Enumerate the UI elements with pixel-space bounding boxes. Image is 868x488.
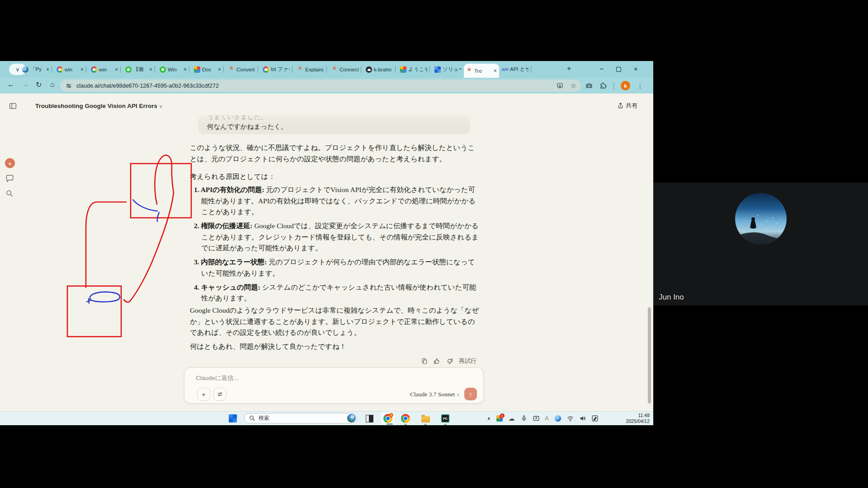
close-button[interactable]: ×	[634, 66, 637, 73]
windows-start-button[interactable]	[229, 414, 237, 422]
tab-close-icon[interactable]: ×	[149, 66, 152, 73]
attach-button[interactable]: +	[197, 388, 210, 401]
composer[interactable]: Claudeに返信... + Claude 3.7 Sonnet ∨ ↑	[184, 367, 484, 404]
taskbar-search[interactable]: 検索	[244, 413, 357, 423]
tab-title: Tro	[474, 68, 492, 74]
tab-close-icon[interactable]: ×	[115, 66, 118, 73]
browser-tab[interactable]: 「Py×	[20, 61, 52, 78]
onedrive-cloud-icon[interactable]: ☁	[509, 415, 515, 422]
gcloud-favicon	[194, 66, 200, 73]
thumbs-up-icon[interactable]	[434, 358, 440, 365]
tab-close-icon[interactable]: ×	[184, 66, 187, 73]
green-ring-favicon	[125, 66, 132, 73]
user-message-line1: うまくいきました。	[207, 115, 470, 121]
share-button[interactable]: 共有	[618, 102, 637, 110]
plus-icon: +	[202, 390, 206, 398]
claude-favicon: *	[466, 68, 472, 74]
google-favicon	[57, 66, 63, 73]
gcloud-favicon	[400, 66, 406, 73]
browser-tab[interactable]: APIAPI とサ	[499, 61, 531, 78]
tab-strip: 「Py×win×win×【徹×Win×Doc×*Convertlst ファイ*E…	[20, 61, 533, 78]
back-icon[interactable]: ←	[7, 80, 14, 89]
refresh-icon[interactable]: ↻	[36, 80, 42, 89]
conversation-title[interactable]: Troubleshooting Google Vision API Errors…	[35, 103, 163, 109]
model-selector[interactable]: Claude 3.7 Sonnet ∨	[410, 391, 460, 398]
tab-title: k-brahn	[374, 67, 393, 72]
ime-pen-icon[interactable]	[592, 415, 598, 422]
chat-bubble-icon	[6, 175, 14, 182]
browser-tab[interactable]: Win×	[157, 61, 189, 78]
browser-tab[interactable]: win×	[89, 61, 120, 78]
camera-icon[interactable]	[585, 82, 593, 89]
url-text: claude.ai/chat/e98de670-1267-4595-a0b2-9…	[76, 83, 219, 89]
shared-screen: ∨ 「Py×win×win×【徹×Win×Doc×*Convertlst ファイ…	[0, 61, 653, 425]
search-icon	[249, 415, 255, 421]
tab-divider	[258, 66, 258, 73]
page-scrollbar[interactable]	[648, 307, 651, 404]
browser-tab[interactable]: win×	[54, 61, 86, 78]
browser-tab[interactable]: *Explaini	[295, 61, 326, 78]
install-icon[interactable]	[557, 82, 563, 89]
browser-tab[interactable]: *Connect	[329, 61, 361, 78]
taskbar-app-notes[interactable]	[364, 413, 374, 423]
chats-nav-button[interactable]	[6, 175, 14, 182]
cast-screen-icon[interactable]	[533, 415, 539, 422]
composer-placeholder[interactable]: Claudeに返信...	[196, 374, 239, 382]
home-icon[interactable]: ⌂	[50, 80, 55, 89]
copilot-orb-icon[interactable]	[555, 415, 561, 422]
maximize-button[interactable]	[616, 67, 621, 72]
send-button[interactable]: ↑	[464, 388, 477, 400]
site-settings-icon[interactable]	[66, 83, 72, 89]
claude-page: うまくいきました。 何なんですかねまったく。 このような状況、確かに不思議ですよ…	[0, 94, 653, 411]
browser-tab[interactable]: lst ファイ	[260, 61, 292, 78]
hidden-icons-chevron-icon[interactable]: ∧	[487, 416, 491, 421]
browser-tab[interactable]: *Tro×	[464, 64, 499, 78]
sidebar-toggle-icon[interactable]	[9, 103, 16, 109]
participant-tile[interactable]: Jun Ino	[653, 183, 868, 305]
browser-tab-bar: ∨ 「Py×win×win×【徹×Win×Doc×*Convertlst ファイ…	[0, 61, 653, 78]
menu-kebab-icon[interactable]: ⋮	[637, 82, 643, 89]
minimize-button[interactable]: −	[599, 65, 604, 73]
taskbar-chrome-secondary[interactable]	[401, 413, 410, 423]
browser-tab[interactable]: *Convert	[226, 61, 258, 78]
google-favicon	[91, 66, 97, 73]
browser-tab[interactable]: Doc×	[192, 61, 223, 78]
notification-badge: 1	[500, 413, 505, 418]
taskbar-pycharm[interactable]: PC	[440, 413, 450, 423]
tab-close-icon[interactable]: ×	[80, 66, 84, 73]
copy-icon[interactable]	[421, 358, 428, 365]
tab-close-icon[interactable]: ×	[46, 66, 49, 73]
search-chats-button[interactable]	[6, 190, 13, 197]
tab-title: ようこそ -	[408, 66, 427, 73]
taskbar-file-explorer[interactable]	[420, 413, 430, 423]
causes-list: 1. APIの有効化の問題: 元のプロジェクトでVision APIが完全に有効…	[194, 184, 480, 307]
app-grid-icon[interactable]: 1	[496, 415, 503, 422]
tools-button[interactable]	[213, 388, 226, 401]
microphone-icon[interactable]	[521, 415, 527, 422]
ime-a-icon[interactable]: A	[545, 415, 549, 422]
tab-divider	[189, 66, 189, 73]
browser-tab[interactable]: k-brahn	[363, 61, 395, 78]
tab-close-icon[interactable]: ×	[218, 66, 221, 73]
user-message-bubble: うまくいきました。 何なんですかねまったく。	[198, 115, 470, 134]
taskbar-chrome-active[interactable]: k	[381, 412, 395, 425]
new-chat-button[interactable]: +	[5, 158, 15, 168]
retry-button[interactable]: 再試行	[459, 357, 476, 365]
wifi-icon[interactable]	[567, 416, 574, 422]
claude-favicon: *	[331, 66, 338, 73]
profile-avatar[interactable]: k	[621, 81, 630, 90]
chrome-icon: k	[383, 414, 392, 423]
address-bar[interactable]: claude.ai/chat/e98de670-1267-4595-a0b2-9…	[60, 80, 581, 92]
weather-widget-icon[interactable]	[347, 414, 356, 422]
browser-tab[interactable]: ソリューシ	[432, 61, 464, 78]
browser-tab[interactable]: 【徹×	[123, 61, 155, 78]
volume-icon[interactable]	[580, 415, 586, 422]
browser-tab[interactable]: ようこそ -	[398, 61, 429, 78]
extensions-puzzle-icon[interactable]	[599, 82, 607, 89]
tab-close-icon[interactable]: ×	[494, 68, 497, 74]
taskbar-clock[interactable]: 11:48 2025/04/12	[626, 413, 650, 424]
thumbs-down-icon[interactable]	[446, 358, 453, 365]
bookmark-star-icon[interactable]: ☆	[571, 82, 576, 90]
new-tab-button[interactable]: +	[567, 65, 571, 73]
forward-icon[interactable]: →	[22, 80, 29, 89]
